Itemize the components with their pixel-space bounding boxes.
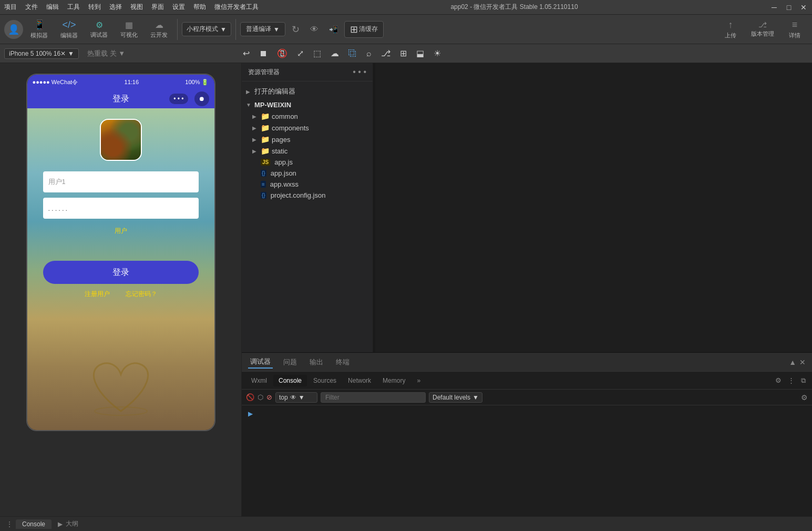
folder-static[interactable]: ▶ 📁 static: [242, 145, 373, 157]
menu-item-edit[interactable]: 编辑: [46, 3, 59, 12]
tab-memory[interactable]: Memory: [377, 375, 410, 386]
menu-item-tools[interactable]: 工具: [67, 3, 80, 12]
hotreload-btn[interactable]: 热重载 关 ▼: [83, 48, 129, 59]
upload-btn[interactable]: ↑ 上传: [717, 17, 744, 42]
devtools-settings-icon[interactable]: ⚙: [773, 375, 784, 386]
cloud-toolbar-btn[interactable]: ☁ 云开发: [145, 18, 173, 41]
tab-more-devtools[interactable]: »: [412, 375, 426, 386]
file-appwxss[interactable]: ▶ ≡ app.wxss: [242, 179, 373, 190]
copy-icon[interactable]: ⿻: [344, 47, 361, 60]
context-selector[interactable]: top 👁 ▼: [275, 392, 317, 403]
forgot-link[interactable]: 忘记密码？: [126, 290, 157, 299]
branch-icon[interactable]: ⎇: [377, 47, 395, 60]
record-icon: ⏺: [199, 95, 205, 103]
menu-item-goto[interactable]: 转到: [88, 3, 101, 12]
mode-selector[interactable]: 小程序模式 ▼: [182, 22, 231, 36]
time-display: 11:16: [125, 79, 139, 85]
preview-btn[interactable]: 👁: [306, 23, 323, 36]
bottom-menu-icon[interactable]: ⋮: [6, 520, 13, 528]
stop-icon[interactable]: ⏹: [255, 47, 272, 60]
console-error-icon[interactable]: ⊘: [266, 393, 272, 401]
console-bottom-tab[interactable]: Console: [16, 519, 52, 529]
rotate-icon[interactable]: ⤢: [293, 47, 308, 60]
real-device-btn[interactable]: 📲: [325, 23, 342, 36]
user-avatar[interactable]: 👤: [4, 20, 23, 39]
simulator-toolbar-btn[interactable]: 📱 模拟器: [25, 17, 53, 42]
console-filter-input[interactable]: [321, 392, 426, 403]
panel-close-icon[interactable]: ✕: [799, 358, 806, 366]
log-levels-label: Default levels: [433, 394, 470, 401]
grid-icon[interactable]: ⊞: [396, 47, 411, 60]
menu-item-file[interactable]: 文件: [25, 3, 38, 12]
console-settings-icon[interactable]: ⚙: [801, 393, 808, 402]
log-levels-selector[interactable]: Default levels ▼: [429, 392, 482, 403]
debugger-toolbar-btn[interactable]: ⚙ 调试器: [85, 18, 113, 41]
tab-debugger[interactable]: 调试器: [248, 356, 273, 369]
tab-output[interactable]: 输出: [307, 356, 325, 368]
phone-status-bar: ●●●●● WeChat令 11:16 100% 🔋: [27, 75, 214, 89]
compile-run-btn[interactable]: ↻: [287, 22, 304, 37]
tab-terminal[interactable]: 终端: [334, 356, 352, 368]
back-icon[interactable]: ↩: [239, 47, 254, 60]
folder-components[interactable]: ▶ 📁 components: [242, 122, 373, 134]
folder-common[interactable]: ▶ 📁 common: [242, 110, 373, 122]
console-prompt[interactable]: ▶: [246, 409, 255, 418]
version-btn[interactable]: ⎇ 版本管理: [746, 18, 779, 40]
clear-cache-btn[interactable]: ⊞ 清缓存: [344, 21, 384, 38]
sun-icon[interactable]: ☀: [429, 47, 445, 60]
maximize-button[interactable]: □: [785, 3, 793, 12]
menu-item-help[interactable]: 帮助: [193, 3, 206, 12]
tab-issues[interactable]: 问题: [281, 356, 299, 368]
file-appjs[interactable]: ▶ JS app.js: [242, 157, 373, 168]
console-clear-btn[interactable]: 🚫: [246, 393, 254, 401]
menu-item-weixin[interactable]: 微信开发者工具: [214, 3, 259, 12]
close-button[interactable]: ✕: [799, 3, 808, 12]
wifi-icon[interactable]: ☁: [326, 47, 343, 60]
file-appjson[interactable]: ▶ {} app.json: [242, 168, 373, 179]
more-options-btn[interactable]: • • •: [169, 94, 188, 104]
outline-arrow-icon[interactable]: ▶: [58, 520, 63, 528]
device-selector[interactable]: iPhone 5 100% 16✕ ▼: [4, 48, 79, 59]
menu-item-interface[interactable]: 界面: [151, 3, 164, 12]
tab-wxml[interactable]: Wxml: [246, 375, 272, 386]
window-title: app02 - 微信开发者工具 Stable 1.05.2110110: [267, 3, 762, 12]
panel-icon[interactable]: ⬓: [412, 47, 428, 60]
minimize-button[interactable]: ─: [770, 3, 778, 12]
login-button[interactable]: 登录: [43, 261, 199, 284]
record-btn[interactable]: ⏺: [194, 91, 209, 106]
debugger-icon: ⚙: [96, 20, 103, 30]
folder-pages[interactable]: ▶ 📁 pages: [242, 134, 373, 145]
visual-toolbar-btn[interactable]: ▦ 可视化: [115, 18, 143, 41]
detail-btn[interactable]: ≡ 详情: [782, 17, 808, 42]
password-input[interactable]: ......: [43, 198, 199, 219]
file-projectconfig[interactable]: ▶ {} project.config.json: [242, 190, 373, 201]
tab-console[interactable]: Console: [273, 375, 307, 386]
tab-sources[interactable]: Sources: [308, 375, 342, 386]
upper-area: 资源管理器 • • • ▶ 打开的编辑器 ▼ MP-WEIXIN: [242, 63, 812, 352]
register-link[interactable]: 注册用户: [85, 290, 110, 299]
pages-label: pages: [272, 136, 290, 144]
menu-item-select[interactable]: 选择: [109, 3, 122, 12]
menu-item-settings[interactable]: 设置: [172, 3, 185, 12]
devtools-undock-icon[interactable]: ⧉: [799, 375, 808, 386]
project-section[interactable]: ▼ MP-WEIXIN: [242, 98, 373, 110]
context-value: top: [279, 394, 288, 401]
search-icon[interactable]: ⌕: [362, 47, 376, 60]
username-input[interactable]: 用户1: [43, 171, 199, 192]
version-icon: ⎇: [758, 21, 767, 29]
open-editors-section[interactable]: ▶ 打开的编辑器: [242, 84, 373, 98]
menu-item-view[interactable]: 视图: [130, 3, 143, 12]
crop-icon[interactable]: ⬚: [309, 47, 325, 60]
editor-label: 编辑器: [60, 32, 78, 39]
static-folder-icon: 📁: [261, 147, 270, 155]
compile-select[interactable]: 普通编译 ▼: [240, 22, 285, 36]
editor-toolbar-btn[interactable]: </> 编辑器: [55, 17, 83, 42]
open-editors-arrow: ▶: [246, 89, 252, 95]
file-panel-menu-icon[interactable]: • • •: [353, 67, 366, 77]
menu-item-project[interactable]: 项目: [4, 3, 17, 12]
phone-icon[interactable]: 📵: [273, 47, 292, 60]
devtools-menu-icon[interactable]: ⋮: [786, 375, 797, 386]
console-inspect-btn[interactable]: ⬡: [258, 393, 263, 401]
panel-up-icon[interactable]: ▲: [789, 358, 796, 366]
tab-network[interactable]: Network: [343, 375, 376, 386]
